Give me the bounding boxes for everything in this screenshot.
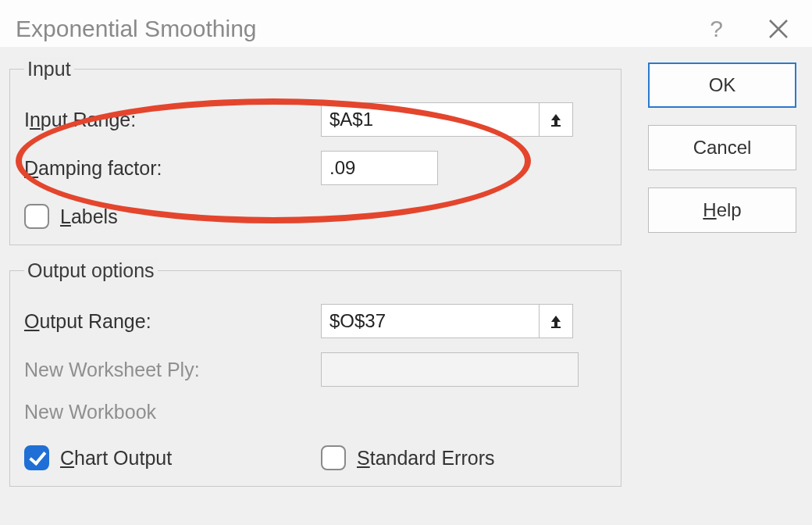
- new-workbook-label: New Workbook: [24, 401, 321, 423]
- input-range-row: Input Range: $A$1: [24, 102, 610, 137]
- output-range-refselect-button[interactable]: [539, 304, 573, 338]
- new-worksheet-label: New Worksheet Ply:: [24, 359, 321, 381]
- new-worksheet-field: [321, 352, 579, 387]
- help-button[interactable]: Help: [648, 188, 796, 233]
- titlebar: Exponential Smoothing ?: [0, 0, 812, 47]
- damping-field[interactable]: .09: [321, 151, 438, 185]
- labels-label: Labels: [60, 205, 118, 228]
- damping-row: Damping factor: .09: [24, 151, 610, 185]
- input-group: Input Input Range: $A$1 Damping factor: …: [9, 58, 621, 245]
- titlebar-actions: ?: [710, 16, 790, 42]
- output-checks-row: Chart Output Standard Errors: [24, 445, 610, 470]
- new-worksheet-row: New Worksheet Ply:: [24, 352, 610, 387]
- context-help-icon[interactable]: ?: [710, 16, 723, 42]
- ok-button[interactable]: OK: [648, 62, 796, 108]
- dialog-actions: OK Cancel Help: [648, 58, 796, 501]
- svg-rect-0: [551, 125, 561, 127]
- chart-output-label: Chart Output: [60, 447, 172, 470]
- input-range-field[interactable]: $A$1: [321, 102, 540, 137]
- dialog-title: Exponential Smoothing: [16, 16, 710, 42]
- output-range-row: Output Range: $O$37: [24, 304, 610, 338]
- labels-checkbox[interactable]: [24, 204, 49, 229]
- chart-output-checkbox[interactable]: [24, 445, 49, 470]
- input-range-label: Input Range:: [24, 109, 321, 131]
- output-range-label: Output Range:: [24, 310, 321, 333]
- standard-errors-label: Standard Errors: [357, 447, 494, 470]
- output-range-field[interactable]: $O$37: [321, 304, 540, 338]
- labels-row: Labels: [24, 204, 610, 229]
- close-icon[interactable]: [767, 17, 790, 41]
- new-workbook-row: New Workbook: [24, 401, 610, 423]
- output-legend: Output options: [24, 259, 158, 282]
- damping-label: Damping factor:: [24, 157, 321, 180]
- input-range-refselect-button[interactable]: [539, 102, 573, 137]
- input-legend: Input: [24, 58, 74, 80]
- svg-rect-1: [551, 327, 561, 328]
- output-group: Output options Output Range: $O$37 New W…: [9, 259, 621, 487]
- cancel-button[interactable]: Cancel: [648, 125, 796, 170]
- standard-errors-checkbox[interactable]: [321, 445, 346, 470]
